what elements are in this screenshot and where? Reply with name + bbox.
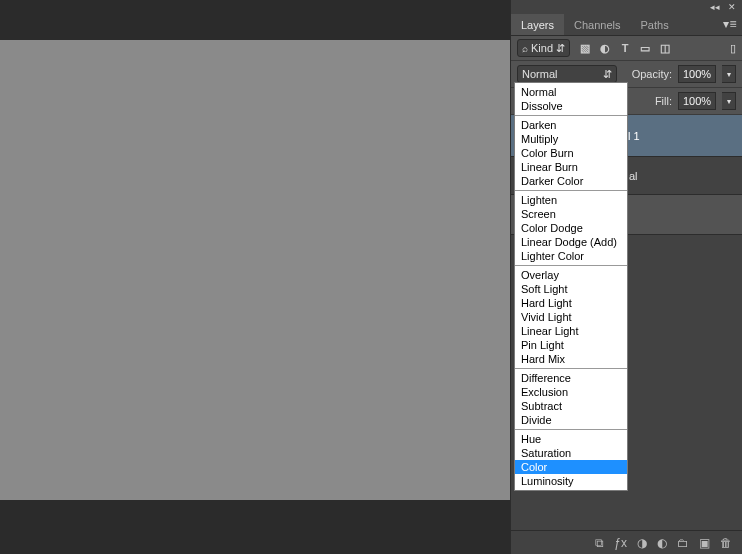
blend-mode-option[interactable]: Subtract (515, 399, 627, 413)
opacity-label: Opacity: (632, 68, 672, 80)
fill-dropdown[interactable]: ▾ (722, 92, 736, 110)
kind-filter-select[interactable]: ⌕ Kind ⇵ (517, 39, 570, 57)
panel-tabs: Layers Channels Paths ▾≡ (511, 14, 742, 36)
collapse-icon[interactable]: ◂◂ (710, 2, 720, 12)
chevron-updown-icon: ⇵ (556, 42, 565, 55)
blend-mode-option[interactable]: Exclusion (515, 385, 627, 399)
filter-shape-icon[interactable]: ▭ (638, 41, 652, 55)
blend-mode-option[interactable]: Vivid Light (515, 310, 627, 324)
panel-topbar: ◂◂ ✕ (511, 0, 742, 14)
blend-mode-option[interactable]: Hard Mix (515, 352, 627, 366)
blend-mode-option[interactable]: Color (515, 460, 627, 474)
blend-mode-value: Normal (522, 68, 557, 80)
link-layers-icon[interactable]: ⧉ (595, 536, 604, 550)
kind-label: Kind (531, 42, 553, 54)
opacity-dropdown[interactable]: ▾ (722, 65, 736, 83)
layer-name[interactable]: al (629, 170, 638, 182)
filter-adjustment-icon[interactable]: ◐ (598, 41, 612, 55)
blend-mode-option[interactable]: Dissolve (515, 99, 627, 113)
new-fill-icon[interactable]: ◐ (657, 536, 667, 550)
blend-mode-option[interactable]: Hue (515, 432, 627, 446)
blend-mode-dropdown: NormalDissolve DarkenMultiplyColor BurnL… (514, 82, 628, 491)
filter-type-icon[interactable]: T (618, 41, 632, 55)
blend-mode-option[interactable]: Lighter Color (515, 249, 627, 263)
chevron-updown-icon: ⇵ (603, 68, 612, 81)
filter-smart-icon[interactable]: ◫ (658, 41, 672, 55)
blend-mode-option[interactable]: Linear Light (515, 324, 627, 338)
canvas-area[interactable] (0, 40, 512, 500)
blend-mode-option[interactable]: Overlay (515, 268, 627, 282)
blend-mode-option[interactable]: Soft Light (515, 282, 627, 296)
opacity-input[interactable]: 100% (678, 65, 716, 83)
filter-toggle-icon[interactable]: ▯ (730, 42, 736, 55)
blend-mode-option[interactable]: Color Burn (515, 146, 627, 160)
tab-paths[interactable]: Paths (631, 14, 679, 35)
layer-style-icon[interactable]: ƒx (614, 536, 627, 550)
filter-row: ⌕ Kind ⇵ ▧ ◐ T ▭ ◫ ▯ (511, 36, 742, 61)
tab-channels[interactable]: Channels (564, 14, 630, 35)
blend-mode-option[interactable]: Hard Light (515, 296, 627, 310)
new-group-icon[interactable]: 🗀 (677, 536, 689, 550)
blend-mode-option[interactable]: Pin Light (515, 338, 627, 352)
panel-bottom-toolbar: ⧉ ƒx ◑ ◐ 🗀 ▣ 🗑 (511, 530, 742, 554)
filter-pixel-icon[interactable]: ▧ (578, 41, 592, 55)
layer-mask-icon[interactable]: ◑ (637, 536, 647, 550)
new-layer-icon[interactable]: ▣ (699, 536, 710, 550)
blend-mode-option[interactable]: Difference (515, 371, 627, 385)
blend-mode-option[interactable]: Luminosity (515, 474, 627, 488)
fill-label: Fill: (655, 95, 672, 107)
search-icon: ⌕ (522, 43, 528, 54)
blend-mode-option[interactable]: Screen (515, 207, 627, 221)
blend-mode-option[interactable]: Saturation (515, 446, 627, 460)
blend-mode-option[interactable]: Multiply (515, 132, 627, 146)
blend-mode-option[interactable]: Normal (515, 85, 627, 99)
panel-menu-icon[interactable]: ▾≡ (722, 17, 738, 31)
blend-mode-option[interactable]: Darker Color (515, 174, 627, 188)
fill-input[interactable]: 100% (678, 92, 716, 110)
blend-mode-option[interactable]: Linear Dodge (Add) (515, 235, 627, 249)
blend-mode-option[interactable]: Color Dodge (515, 221, 627, 235)
tab-layers[interactable]: Layers (511, 14, 564, 35)
blend-mode-option[interactable]: Darken (515, 118, 627, 132)
close-icon[interactable]: ✕ (728, 2, 736, 12)
delete-layer-icon[interactable]: 🗑 (720, 536, 732, 550)
blend-mode-option[interactable]: Linear Burn (515, 160, 627, 174)
blend-mode-option[interactable]: Lighten (515, 193, 627, 207)
blend-mode-option[interactable]: Divide (515, 413, 627, 427)
blend-mode-select[interactable]: Normal ⇵ (517, 65, 617, 83)
